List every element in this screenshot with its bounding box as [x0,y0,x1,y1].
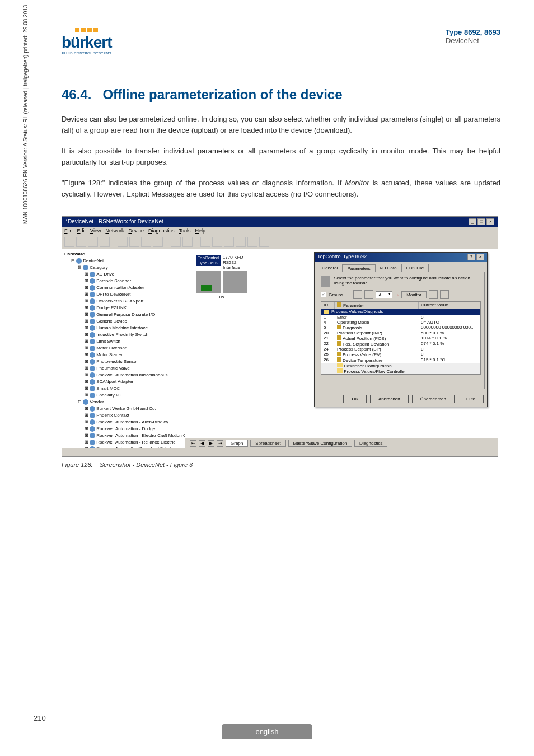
tree-item[interactable]: ⊞ Motor Overload [85,345,182,352]
ok-button[interactable]: OK [343,395,367,403]
menu-view[interactable]: View [90,228,101,234]
tree-item[interactable]: ⊞ Phoenix Contact [85,412,182,419]
tab-iodata[interactable]: I/O Data [375,264,402,272]
tb-new[interactable] [64,237,74,247]
group-process-values[interactable]: Process Values/Diagnosis [321,309,480,315]
tb-copy[interactable] [129,237,139,247]
apply-button[interactable]: Übernehmen [412,395,455,403]
tab-parameters[interactable]: Parameters [342,264,375,272]
tree-item[interactable]: ⊞ Rockwell Automation - Dodge [85,426,182,432]
tree-item[interactable]: ⊞ Smart MCC [85,385,182,392]
tb-x4[interactable] [236,237,246,247]
tree-category[interactable]: ⊟ Category ⊞ AC Drive⊞ Barcode Scanner⊞ … [78,264,182,399]
table-row[interactable]: 4Operating Mode0= AUTO [321,320,480,325]
menu-help[interactable]: Help [195,228,205,234]
tb-print[interactable] [100,237,110,247]
tree-item[interactable]: ⊞ Photoelectric Sensor [85,358,182,365]
tb-x2[interactable] [212,237,222,247]
maximize-button[interactable]: □ [477,218,485,225]
figure-link[interactable]: "Figure 128:" [62,179,105,187]
help-button[interactable]: Hilfe [458,395,484,403]
device-node-1[interactable]: TopControl Type 8692 1770-KFD RS232 Inte… [196,255,247,300]
tb-save[interactable] [88,237,98,247]
tree-item[interactable]: ⊞ Limit Switch [85,338,182,345]
scope-combo[interactable]: Al [376,291,392,298]
table-row[interactable]: 21Actual Position (POS)1074 * 0.1 % [321,335,480,341]
tb-x5[interactable] [247,237,257,247]
dialog-close-button[interactable]: × [476,254,484,260]
tree-item[interactable]: ⊞ Motor Starter [85,352,182,358]
tab-general[interactable]: General [317,264,343,272]
minimize-button[interactable]: _ [469,218,476,225]
tree-item[interactable]: ⊞ Inductive Proximity Switch [85,332,182,338]
tree-item[interactable]: ⊞ Rockwell Automation miscellaneous [85,372,182,379]
tree-item[interactable]: ⊞ Specialty I/O [85,392,182,399]
tree-item[interactable]: ⊞ Burkert Werke GmbH and Co. [85,405,182,412]
tb-paste[interactable] [141,237,151,247]
extra-btn-2[interactable] [440,290,449,299]
menu-edit[interactable]: Edit [77,228,86,234]
paragraph-3: "Figure 128:" indicates the group of the… [62,178,500,199]
network-canvas[interactable]: TopControl Type 8692 1770-KFD RS232 Inte… [185,249,498,448]
tree-item[interactable]: ⊞ AC Drive [85,271,182,278]
tree-item[interactable]: ⊞ Communication Adapter [85,284,182,291]
nav-last[interactable]: ⇥ [217,440,223,447]
tree-item[interactable]: ⊞ Barcode Scanner [85,278,182,284]
bottom-tab-graph[interactable]: Graph [226,440,248,447]
groups-checkbox[interactable]: ✓ [321,292,326,297]
tree-item[interactable]: ⊞ Pneumatic Valve [85,365,182,372]
table-row[interactable]: 26Device Temperature315 * 0.1 °C [321,357,480,363]
menu-device[interactable]: Device [128,228,144,234]
menu-file[interactable]: File [64,228,73,234]
tree-item[interactable]: ⊞ Rockwell Automation - Allen-Bradley [85,419,182,426]
paragraph-2: It is also possible to transfer individu… [62,146,500,167]
download-button[interactable] [364,290,373,299]
tree-item[interactable]: ⊞ General Purpose Discrete I/O [85,311,182,318]
tree-item[interactable]: ⊞ DPI to DeviceNet [85,291,182,298]
dialog-help-button[interactable]: ? [467,254,475,260]
nav-first[interactable]: ⇤ [190,440,196,447]
upload-button[interactable] [353,290,362,299]
figure-caption: Figure 128: Screenshot - DeviceNet - Fig… [62,461,500,468]
tree-item[interactable]: ⊞ SCANport Adapter [85,379,182,385]
table-row[interactable]: 5Diagnosis00000000 00000000 000... [321,325,480,330]
table-row[interactable]: 22Pos. Setpoint Deviation574 * 0.1 % [321,341,480,347]
extra-btn-1[interactable] [429,290,438,299]
nav-prev[interactable]: ◀ [199,440,205,447]
tb-x1[interactable] [200,237,210,247]
tree-item[interactable]: ⊞ Rockwell Automation/Sprecher+Schuh [85,446,182,448]
tb-open[interactable] [76,237,86,247]
tree-item[interactable]: ⊞ Dodge EZLINK [85,305,182,311]
tb-x3[interactable] [224,237,234,247]
table-row[interactable]: 20Position Setpoint (INP)500 * 0.1 % [321,330,480,335]
menu-diagnostics[interactable]: Diagnostics [148,228,175,234]
parameter-table[interactable]: ID Parameter Current Value Process Value… [321,301,481,375]
tree-item[interactable]: ⊞ Rockwell Automation - Electro-Craft Mo… [85,432,182,439]
tree-item[interactable]: ⊞ Human Machine Interface [85,325,182,332]
paragraph-1: Devices can also be parameterized online… [62,114,500,136]
bottom-tab-masterslave[interactable]: Master/Slave Configuration [288,440,353,447]
table-row[interactable]: 1Error0 [321,315,480,320]
tree-item[interactable]: ⊞ Generic Device [85,318,182,325]
bottom-tab-spreadsheet[interactable]: Spreadsheet [250,440,285,447]
tb-zoomout[interactable] [182,237,193,247]
nav-next[interactable]: ▶ [208,440,214,447]
hardware-tree[interactable]: Hardware ⊟ DeviceNet ⊟ Category ⊞ AC Dri… [62,249,185,448]
tb-cut[interactable] [118,237,128,247]
tree-vendor[interactable]: ⊟ Vendor ⊞ Burkert Werke GmbH and Co.⊞ P… [78,399,182,448]
close-button[interactable]: × [486,218,494,225]
tb-zoomin[interactable] [171,237,181,247]
monitor-button[interactable]: Monitor [401,291,427,298]
bottom-tab-diagnostics[interactable]: Diagnostics [354,440,387,447]
cancel-button[interactable]: Abbrechen [370,395,409,403]
menu-network[interactable]: Network [105,228,124,234]
tb-x6[interactable] [259,237,269,247]
table-row[interactable]: 24Process Setpoint (SP)0 [321,347,480,352]
tb-help[interactable] [153,237,163,247]
menu-tools[interactable]: Tools [179,228,190,234]
tree-item[interactable]: ⊞ Rockwell Automation - Reliance Electri… [85,439,182,446]
tree-item[interactable]: ⊞ DeviceNet to SCANport [85,298,182,305]
table-row[interactable]: 25Process Value (PV)0 [321,352,480,357]
tree-root[interactable]: ⊟ DeviceNet ⊟ Category ⊞ AC Drive⊞ Barco… [71,258,182,448]
tab-edsfile[interactable]: EDS File [401,264,429,272]
